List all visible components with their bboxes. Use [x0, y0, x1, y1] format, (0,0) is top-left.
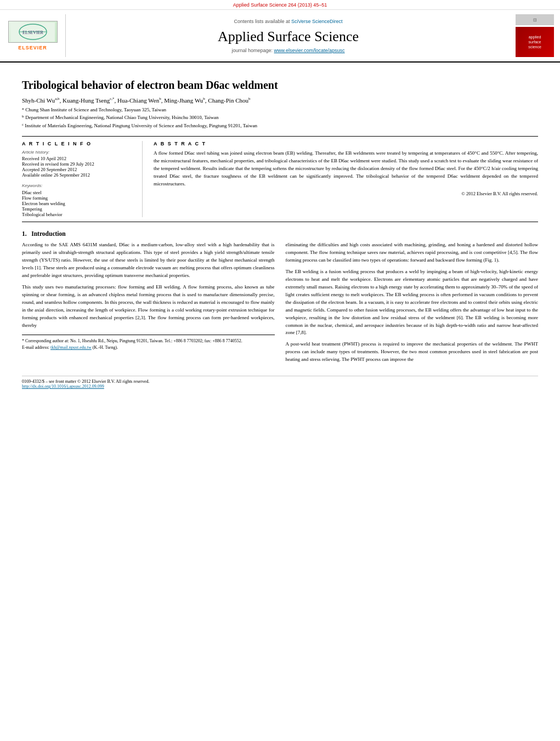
intro-para-2: This study uses two manufacturing proces…	[22, 284, 275, 330]
intro-left-col: According to the SAE AMS 6431M standard,…	[22, 241, 275, 367]
abstract-text: A flow formed D6ac steel tubing was join…	[154, 150, 538, 188]
intro-para-3: eliminating the difficulties and high co…	[286, 241, 539, 264]
contents-text: Contents lists available at	[234, 19, 290, 24]
keyword-5: Tribological behavior	[22, 212, 135, 217]
authors-line: Shyh-Chi Wua,b, Kuang-Hung Tsengc,*, Hua…	[22, 97, 538, 104]
journal-header: ELSEVIER ELSEVIER Contents lists availab…	[0, 10, 560, 63]
article-info-column: A R T I C L E I N F O Article history: R…	[22, 141, 143, 217]
elsevier-brand-text: ELSEVIER	[18, 45, 47, 50]
keyword-4: Tempering	[22, 206, 135, 212]
paper-title: Tribological behavior of electron beam D…	[22, 78, 538, 92]
svg-text:ELSEVIER: ELSEVIER	[22, 30, 43, 35]
footnote-email-line: E-mail address: tkh@mail.npust.edu.tw (K…	[22, 344, 275, 351]
journal-reference-bar: Applied Surface Science 264 (2013) 45–51	[0, 0, 560, 10]
keywords-label: Keywords:	[22, 183, 135, 188]
copyright-line: © 2012 Elsevier B.V. All rights reserved…	[154, 191, 538, 196]
accepted-date: Accepted 20 September 2012	[22, 167, 135, 172]
affiliation-b: ᵇ Department of Mechanical Engineering, …	[22, 114, 538, 122]
main-content-section: 1. Introduction According to the SAE AMS…	[22, 222, 538, 367]
elsevier-logo-section: ELSEVIER ELSEVIER	[5, 14, 66, 57]
sciverse-link[interactable]: SciVerse ScienceDirect	[291, 19, 343, 24]
journal-logo-text: appliedsurfacescience	[528, 35, 541, 49]
homepage-url[interactable]: www.elsevier.com/locate/apsusc	[274, 48, 345, 53]
email-label: E-mail address:	[22, 345, 49, 350]
corner-icon-box: ⊡	[516, 14, 554, 25]
intro-para-5: A post-weld heat treatment (PWHT) proces…	[286, 341, 539, 364]
journal-title: Applied Surface Science	[218, 29, 359, 45]
intro-heading: 1. Introduction	[22, 230, 538, 237]
journal-homepage-line: journal homepage: www.elsevier.com/locat…	[231, 48, 344, 53]
elsevier-logo-box: ELSEVIER	[8, 21, 58, 43]
keyword-2: Flow forming	[22, 195, 135, 201]
footnote-section: * Corresponding author at: No. 1, Hseuhf…	[22, 335, 275, 351]
history-label: Article history:	[22, 150, 135, 155]
intro-number: 1.	[22, 230, 27, 237]
article-history-section: Article history: Received 10 April 2012 …	[22, 150, 135, 178]
intro-para-1: According to the SAE AMS 6431M standard,…	[22, 241, 275, 280]
intro-right-col: eliminating the difficulties and high co…	[286, 241, 539, 367]
homepage-label: journal homepage:	[231, 48, 273, 53]
journal-logo-section: ⊡ appliedsurfacescience	[511, 14, 555, 57]
article-info-abstract-section: A R T I C L E I N F O Article history: R…	[22, 136, 538, 222]
bottom-bar: 0169-4332/$ – see front matter © 2012 El…	[22, 376, 538, 389]
email-link[interactable]: tkh@mail.npust.edu.tw	[50, 345, 92, 350]
keywords-section: Keywords: D6ac steel Flow forming Electr…	[22, 183, 135, 217]
paper-body: Tribological behavior of electron beam D…	[0, 63, 560, 394]
affiliations-section: ᵃ Chung Shan Institute of Science and Te…	[22, 106, 538, 130]
affiliation-a: ᵃ Chung Shan Institute of Science and Te…	[22, 106, 538, 114]
journal-title-section: Contents lists available at SciVerse Sci…	[66, 14, 511, 57]
keyword-3: Electron beam welding	[22, 201, 135, 206]
intro-para-4: The EB welding is a fusion welding proce…	[286, 268, 539, 337]
keyword-1: D6ac steel	[22, 190, 135, 195]
abstract-column: A B S T R A C T A flow formed D6ac steel…	[154, 141, 538, 217]
received-date: Received 10 April 2012	[22, 156, 135, 161]
doi-link[interactable]: http://dx.doi.org/10.1016/j.apsusc.2012.…	[22, 384, 538, 389]
issn-text: 0169-4332/$ – see front matter © 2012 El…	[22, 379, 538, 384]
intro-title: Introduction	[31, 230, 65, 237]
revised-date: Received in revised form 29 July 2012	[22, 161, 135, 167]
intro-two-col: According to the SAE AMS 6431M standard,…	[22, 241, 538, 367]
journal-ref-text: Applied Surface Science 264 (2013) 45–51	[233, 2, 327, 8]
available-date: Available online 26 September 2012	[22, 172, 135, 178]
journal-logo-box: appliedsurfacescience	[516, 27, 554, 57]
contents-available-line: Contents lists available at SciVerse Sci…	[234, 19, 342, 24]
abstract-heading: A B S T R A C T	[154, 141, 538, 146]
affiliation-c: ᶜ Institute of Materials Engineering, Na…	[22, 122, 538, 130]
footnote-star: * Corresponding author at: No. 1, Hseuhf…	[22, 338, 275, 344]
email-suffix: (K.-H. Tseng).	[93, 345, 118, 350]
article-info-heading: A R T I C L E I N F O	[22, 141, 135, 146]
